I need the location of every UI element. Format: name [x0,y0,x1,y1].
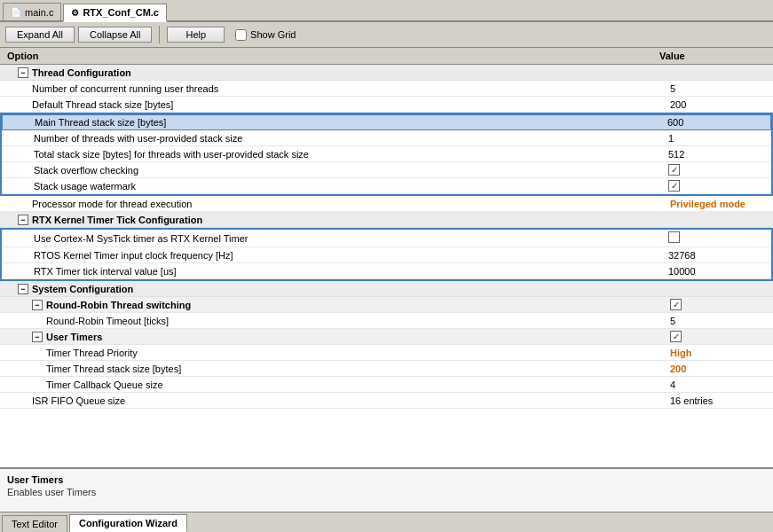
help-button[interactable]: Help [167,27,225,43]
collapse-thread-icon[interactable]: − [18,67,28,78]
table-row[interactable]: Number of concurrent running user thread… [0,81,773,97]
row-value [665,162,771,177]
tab-text-editor-label: Text Editor [12,519,58,529]
config-table: Option Value − Thread Configuration Numb… [0,48,773,467]
description-text: Enables user Timers [7,487,766,497]
subsection-ut-label: User Timers [46,332,102,342]
main-content: Option Value − Thread Configuration Numb… [0,48,773,512]
section-thread-config[interactable]: − Thread Configuration [0,65,773,81]
row-value [665,178,771,193]
tab-rtx-conf-label: RTX_Conf_CM.c [83,7,159,18]
toolbar: Expand All Collapse All Help Show Grid [0,22,773,48]
checkbox-stack-watermark[interactable] [668,180,680,192]
row-value: 1 [665,131,771,145]
row-option: Main Thread stack size [bytes] [3,115,664,129]
subsection-rr-value [667,297,773,312]
collapse-all-button[interactable]: Collapse All [78,27,152,43]
table-row[interactable]: ISR FIFO Queue size 16 entries [0,393,773,409]
checkbox-stack-overflow[interactable] [668,164,680,176]
row-value: 512 [665,147,771,161]
row-option: Round-Robin Timeout [ticks] [0,314,667,328]
row-option: Timer Callback Queue size [0,378,667,392]
file-icon: 📄 [11,7,21,17]
collapse-ut-icon[interactable]: − [32,332,43,342]
section-rtx-timer[interactable]: − RTX Kernel Timer Tick Configuration [0,212,773,228]
tab-bar: 📄 main.c ⚙ RTX_Conf_CM.c [0,0,773,22]
row-option: Processor mode for thread execution [0,197,667,211]
table-row[interactable]: Round-Robin Timeout [ticks] 5 [0,313,773,329]
row-value-orange: 200 [667,362,773,376]
table-row[interactable]: Timer Thread stack size [bytes] 200 [0,361,773,377]
blue-border-rtx-group: Use Cortex-M SysTick timer as RTX Kernel… [0,228,773,281]
description-panel: User Timers Enables user Timers [0,467,773,512]
section-system-label: System Configuration [32,284,133,294]
show-grid-checkbox[interactable] [235,29,247,41]
table-row[interactable]: Default Thread stack size [bytes] 200 [0,97,773,113]
row-value: 10000 [665,264,771,278]
row-value-orange: Privileged mode [667,197,773,211]
section-system-value [667,287,773,291]
section-rtx-value [667,218,773,222]
table-row[interactable]: RTX Timer tick interval value [us] 10000 [2,263,771,279]
table-row[interactable]: Timer Thread Priority High [0,345,773,361]
checkbox-user-timers[interactable] [670,331,682,342]
toolbar-separator [159,26,160,43]
row-option: ISR FIFO Queue size [0,394,667,408]
subsection-ut-value [667,329,773,344]
row-value: 16 entries [667,394,773,408]
table-row[interactable]: Number of threads with user-provided sta… [2,130,771,146]
show-grid-text: Show Grid [250,29,296,40]
checkbox-systick[interactable] [668,231,680,243]
subsection-rr-label: Round-Robin Thread switching [46,300,191,310]
table-row[interactable]: Stack overflow checking [2,162,771,178]
collapse-rr-icon[interactable]: − [32,300,43,310]
tab-main-c[interactable]: 📄 main.c [3,3,61,20]
row-option: Number of concurrent running user thread… [0,82,667,96]
tab-main-c-label: main.c [25,7,53,18]
expand-all-button[interactable]: Expand All [5,27,75,43]
section-thread-label: Thread Configuration [32,67,131,78]
row-value: 4 [667,378,773,392]
row-value: 600 [664,115,770,129]
table-row-selected[interactable]: Main Thread stack size [bytes] 600 [2,114,771,130]
col-option-header: Option [7,51,659,61]
checkbox-round-robin[interactable] [670,299,682,310]
bottom-tab-bar: Text Editor Configuration Wizard [0,512,773,532]
row-option: Total stack size [bytes] for threads wit… [2,147,665,161]
row-option: Default Thread stack size [bytes] [0,98,667,112]
collapse-rtx-icon[interactable]: − [18,215,28,225]
row-option: Stack usage watermark [2,179,665,193]
row-value [665,230,771,246]
row-value: 32768 [665,248,771,262]
row-value-orange: High [667,346,773,360]
row-value: 5 [667,314,773,328]
collapse-system-icon[interactable]: − [18,284,28,294]
tab-text-editor[interactable]: Text Editor [2,515,67,532]
col-value-header: Value [659,51,766,61]
section-rtx-label: RTX Kernel Timer Tick Configuration [32,215,202,225]
row-option: RTX Timer tick interval value [us] [2,264,665,278]
row-option: Use Cortex-M SysTick timer as RTX Kernel… [2,231,665,246]
row-value: 5 [667,82,773,96]
gear-icon: ⚙ [71,8,79,18]
row-option: Timer Thread stack size [bytes] [0,362,667,376]
section-system-config[interactable]: − System Configuration [0,281,773,297]
table-row[interactable]: Stack usage watermark [2,178,771,194]
tab-rtx-conf[interactable]: ⚙ RTX_Conf_CM.c [63,4,167,22]
column-headers: Option Value [0,48,773,65]
section-thread-value [667,71,773,74]
row-option: Stack overflow checking [2,163,665,177]
blue-border-group: Main Thread stack size [bytes] 600 Numbe… [0,113,773,196]
row-option: RTOS Kernel Timer input clock frequency … [2,248,665,262]
table-row[interactable]: Total stack size [bytes] for threads wit… [2,146,771,162]
table-row[interactable]: Use Cortex-M SysTick timer as RTX Kernel… [2,230,771,247]
subsection-round-robin[interactable]: − Round-Robin Thread switching [0,297,773,313]
tab-config-wizard-label: Configuration Wizard [79,518,177,528]
table-row[interactable]: Processor mode for thread execution Priv… [0,196,773,212]
tab-config-wizard[interactable]: Configuration Wizard [69,514,187,532]
subsection-user-timers[interactable]: − User Timers [0,329,773,345]
show-grid-label: Show Grid [235,29,296,41]
row-option: Number of threads with user-provided sta… [2,131,665,145]
table-row[interactable]: Timer Callback Queue size 4 [0,377,773,393]
table-row[interactable]: RTOS Kernel Timer input clock frequency … [2,247,771,263]
